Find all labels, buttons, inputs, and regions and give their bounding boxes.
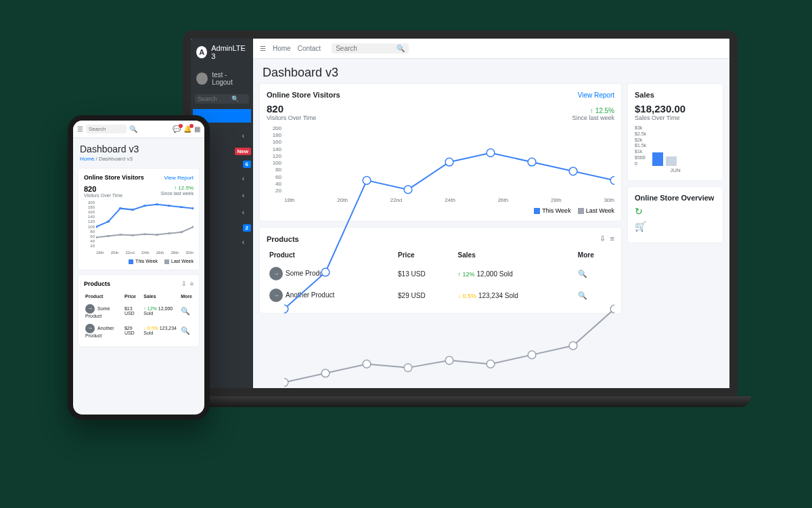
- search-icon[interactable]: 🔍: [181, 307, 190, 315]
- svg-point-12: [404, 364, 412, 372]
- phone-search-input[interactable]: [86, 125, 127, 133]
- svg-point-2: [363, 176, 371, 184]
- page-title: Dashboard v3: [73, 138, 204, 156]
- breadcrumb-current: Dashboard v3: [99, 156, 133, 162]
- svg-point-28: [107, 236, 109, 237]
- svg-point-33: [168, 233, 170, 234]
- sidebar-item[interactable]: New: [235, 146, 251, 155]
- table-row[interactable]: →Some Product$13 USD↑ 12% 12,000 Sold🔍: [84, 301, 194, 321]
- svg-point-14: [487, 360, 495, 368]
- view-report-link[interactable]: View Report: [164, 175, 194, 181]
- products-card: Products ⇩ ≡ Product Price Sales More →S…: [78, 275, 199, 346]
- card-title: Sales: [635, 91, 716, 99]
- overview-card: Online Store Overview ↻ 🛒: [628, 187, 723, 242]
- product-icon: →: [85, 324, 95, 333]
- visitors-delta-note: Since last week: [160, 191, 194, 196]
- menu-icon[interactable]: ☰: [260, 45, 266, 52]
- svg-point-0: [284, 305, 288, 313]
- sales-subtitle: Sales Over Time: [635, 114, 716, 121]
- search-icon[interactable]: 🔍: [397, 45, 405, 52]
- sidebar-search[interactable]: 🔍: [195, 94, 249, 104]
- visitors-card: Online Store Visitors View Report 820 Vi…: [78, 169, 199, 270]
- svg-point-26: [192, 208, 194, 209]
- card-title: Products: [84, 280, 110, 287]
- visitors-card: Online Store Visitors View Report 820 Vi…: [260, 84, 621, 221]
- chart-legend: This Week Last Week: [84, 259, 194, 264]
- brand-icon: A: [196, 46, 207, 58]
- breadcrumb-home[interactable]: Home: [80, 156, 94, 162]
- top-search-input[interactable]: [336, 45, 397, 52]
- avatar: [196, 72, 208, 85]
- visitors-chart: 20018016014012010080604020 18th20th22nd2…: [84, 200, 194, 255]
- sidebar-item[interactable]: ‹: [235, 206, 251, 219]
- sales-value: $18,230.00: [635, 103, 716, 114]
- svg-point-19: [107, 221, 109, 222]
- laptop-base: [169, 396, 751, 407]
- sales-xlabel: JUN: [635, 167, 716, 173]
- bell-icon[interactable]: 🔔: [183, 125, 191, 133]
- download-icon[interactable]: ⇩: [181, 280, 187, 287]
- main: ☰ Home Contact 🔍 Dashboard v3 Online S: [253, 39, 729, 388]
- sales-card: Sales $18,230.00 Sales Over Time $3k$2.5…: [628, 84, 723, 180]
- grid-icon[interactable]: ▦: [194, 125, 200, 133]
- sidebar-item[interactable]: ‹: [235, 189, 251, 202]
- search-icon[interactable]: 🔍: [129, 125, 137, 133]
- nav-home[interactable]: Home: [273, 45, 291, 52]
- svg-point-3: [404, 186, 412, 194]
- svg-point-11: [363, 360, 371, 368]
- visitors-value: 820: [267, 103, 316, 114]
- search-icon[interactable]: 🔍: [181, 326, 190, 335]
- sidebar-item[interactable]: ‹: [235, 129, 251, 142]
- svg-point-17: [610, 305, 614, 313]
- sidebar-item[interactable]: ‹: [235, 172, 251, 185]
- visitors-delta-note: Since last week: [572, 114, 614, 121]
- search-icon[interactable]: 🔍: [231, 96, 239, 102]
- visitors-delta: 12.5%: [160, 185, 194, 191]
- visitors-value: 820: [84, 185, 122, 193]
- phone-nav: ☰ 🔍 💬 🔔 ▦: [73, 121, 204, 138]
- svg-point-21: [131, 209, 133, 211]
- svg-point-31: [143, 234, 145, 235]
- top-nav: ☰ Home Contact 🔍: [253, 39, 729, 59]
- product-icon: →: [85, 304, 95, 314]
- product-icon: →: [269, 289, 283, 302]
- svg-point-10: [321, 369, 330, 377]
- nav-contact[interactable]: Contact: [298, 45, 321, 52]
- svg-point-18: [96, 226, 97, 228]
- sidebar-item[interactable]: 2: [243, 223, 251, 232]
- svg-point-7: [569, 167, 577, 175]
- table-row[interactable]: →Another Product$29 USD↓ 0.5% 123,234 So…: [84, 321, 194, 341]
- svg-point-24: [168, 205, 170, 207]
- cart-icon[interactable]: 🛒: [635, 221, 716, 232]
- refresh-icon[interactable]: ↻: [635, 206, 716, 217]
- view-report-link[interactable]: View Report: [578, 91, 614, 99]
- svg-point-34: [180, 232, 182, 233]
- svg-point-25: [180, 207, 182, 208]
- sales-chart: $3k$2.5k$2k$1.5k$1k$5000: [635, 125, 716, 166]
- card-title: Online Store Visitors: [84, 174, 144, 181]
- brand[interactable]: A AdminLTE 3: [191, 39, 253, 66]
- laptop-device: A AdminLTE 3 test - Logout 🔍 ‹ New 6 ‹: [183, 30, 738, 407]
- top-search[interactable]: 🔍: [332, 43, 409, 54]
- card-title: Online Store Visitors: [267, 91, 340, 99]
- svg-point-20: [119, 208, 121, 209]
- sidebar-item[interactable]: ‹: [235, 236, 251, 249]
- new-badge: New: [235, 148, 251, 155]
- sidebar-item[interactable]: 6: [243, 159, 251, 168]
- chat-icon[interactable]: 💬: [173, 125, 181, 133]
- brand-label: AdminLTE 3: [211, 44, 248, 60]
- svg-point-8: [610, 176, 614, 184]
- svg-point-15: [528, 351, 536, 359]
- menu-icon[interactable]: ≡: [190, 280, 194, 287]
- svg-point-22: [143, 205, 145, 207]
- user-label: test - Logout: [212, 71, 248, 86]
- user-panel[interactable]: test - Logout: [191, 66, 253, 91]
- svg-point-9: [284, 379, 288, 387]
- sidebar-search-input[interactable]: [198, 96, 231, 102]
- visitors-chart: 20018016014012010080604020 18th20th22nd2…: [267, 125, 614, 203]
- menu-icon[interactable]: ☰: [77, 125, 83, 133]
- breadcrumb: Home / Dashboard v3: [73, 156, 204, 166]
- svg-point-35: [192, 226, 194, 228]
- visitors-subtitle: Visitors Over Time: [267, 114, 316, 121]
- svg-point-29: [119, 234, 121, 236]
